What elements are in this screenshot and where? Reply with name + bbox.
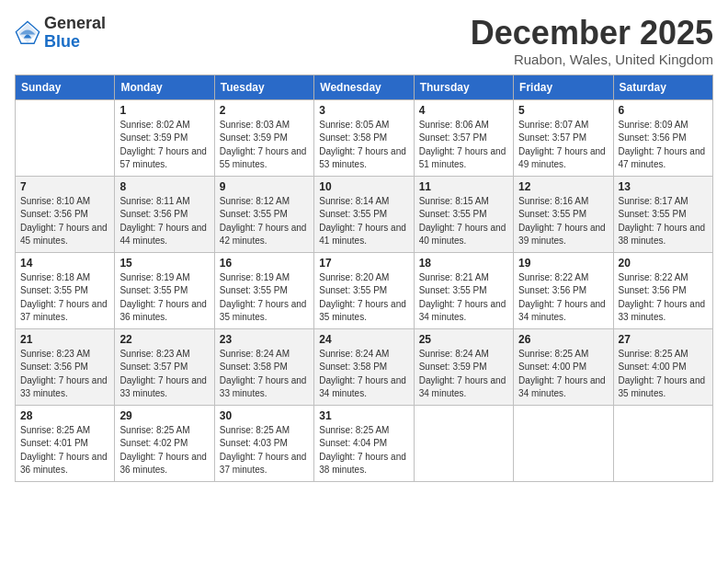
day-info: Sunrise: 8:25 AMSunset: 4:02 PMDaylight:…: [119, 424, 209, 477]
day-info: Sunrise: 8:24 AMSunset: 3:59 PMDaylight:…: [419, 348, 508, 401]
calendar-cell: 25Sunrise: 8:24 AMSunset: 3:59 PMDayligh…: [414, 328, 513, 405]
day-number: 12: [518, 180, 608, 193]
day-number: 15: [119, 257, 209, 270]
day-number: 2: [220, 104, 309, 117]
calendar-table: SundayMondayTuesdayWednesdayThursdayFrid…: [15, 75, 713, 482]
day-number: 27: [619, 333, 708, 346]
day-number: 23: [220, 333, 309, 346]
calendar-cell: 10Sunrise: 8:14 AMSunset: 3:55 PMDayligh…: [314, 176, 414, 252]
weekday-header-saturday: Saturday: [613, 75, 712, 99]
calendar-cell: 31Sunrise: 8:25 AMSunset: 4:04 PMDayligh…: [314, 405, 414, 481]
weekday-header-row: SundayMondayTuesdayWednesdayThursdayFrid…: [16, 75, 713, 99]
day-info: Sunrise: 8:25 AMSunset: 4:01 PMDaylight:…: [20, 424, 109, 477]
day-info: Sunrise: 8:18 AMSunset: 3:55 PMDaylight:…: [20, 271, 109, 325]
weekday-header-sunday: Sunday: [16, 75, 115, 99]
day-number: 6: [619, 104, 708, 117]
page-header: General Blue December 2025 Ruabon, Wales…: [15, 15, 713, 67]
day-info: Sunrise: 8:23 AMSunset: 3:56 PMDaylight:…: [20, 348, 109, 401]
logo-general-text: General: [44, 15, 106, 33]
day-info: Sunrise: 8:25 AMSunset: 4:04 PMDaylight:…: [319, 424, 408, 477]
calendar-cell: 2Sunrise: 8:03 AMSunset: 3:59 PMDaylight…: [214, 99, 313, 176]
weekday-header-thursday: Thursday: [414, 75, 513, 99]
day-info: Sunrise: 8:22 AMSunset: 3:56 PMDaylight:…: [518, 271, 608, 325]
calendar-cell: 8Sunrise: 8:11 AMSunset: 3:56 PMDaylight…: [115, 176, 214, 252]
day-info: Sunrise: 8:24 AMSunset: 3:58 PMDaylight:…: [220, 348, 309, 401]
weekday-header-wednesday: Wednesday: [314, 75, 414, 99]
day-info: Sunrise: 8:25 AMSunset: 4:00 PMDaylight:…: [518, 348, 608, 401]
calendar-cell: 15Sunrise: 8:19 AMSunset: 3:55 PMDayligh…: [115, 252, 214, 328]
calendar-week-row: 21Sunrise: 8:23 AMSunset: 3:56 PMDayligh…: [16, 328, 713, 405]
day-info: Sunrise: 8:21 AMSunset: 3:55 PMDaylight:…: [419, 271, 508, 325]
calendar-cell: [613, 405, 712, 481]
calendar-cell: 26Sunrise: 8:25 AMSunset: 4:00 PMDayligh…: [514, 328, 613, 405]
weekday-header-tuesday: Tuesday: [214, 75, 313, 99]
calendar-week-row: 7Sunrise: 8:10 AMSunset: 3:56 PMDaylight…: [16, 176, 713, 252]
calendar-week-row: 14Sunrise: 8:18 AMSunset: 3:55 PMDayligh…: [16, 252, 713, 328]
month-year-title: December 2025: [471, 15, 713, 52]
day-number: 24: [319, 333, 408, 346]
day-info: Sunrise: 8:09 AMSunset: 3:56 PMDaylight:…: [619, 119, 708, 172]
day-number: 5: [518, 104, 608, 117]
day-number: 13: [619, 180, 708, 193]
day-number: 30: [220, 409, 309, 422]
day-info: Sunrise: 8:15 AMSunset: 3:55 PMDaylight:…: [419, 195, 508, 248]
day-info: Sunrise: 8:10 AMSunset: 3:56 PMDaylight:…: [20, 195, 109, 248]
calendar-cell: 16Sunrise: 8:19 AMSunset: 3:55 PMDayligh…: [214, 252, 313, 328]
calendar-cell: 17Sunrise: 8:20 AMSunset: 3:55 PMDayligh…: [314, 252, 414, 328]
day-info: Sunrise: 8:19 AMSunset: 3:55 PMDaylight:…: [119, 271, 209, 325]
calendar-cell: 30Sunrise: 8:25 AMSunset: 4:03 PMDayligh…: [214, 405, 313, 481]
day-number: 28: [20, 409, 109, 422]
calendar-cell: 11Sunrise: 8:15 AMSunset: 3:55 PMDayligh…: [414, 176, 513, 252]
day-info: Sunrise: 8:20 AMSunset: 3:55 PMDaylight:…: [319, 271, 408, 325]
calendar-cell: 3Sunrise: 8:05 AMSunset: 3:58 PMDaylight…: [314, 99, 414, 176]
calendar-cell: 6Sunrise: 8:09 AMSunset: 3:56 PMDaylight…: [613, 99, 712, 176]
day-number: 25: [419, 333, 508, 346]
calendar-cell: 1Sunrise: 8:02 AMSunset: 3:59 PMDaylight…: [115, 99, 214, 176]
calendar-week-row: 1Sunrise: 8:02 AMSunset: 3:59 PMDaylight…: [16, 99, 713, 176]
day-number: 14: [20, 257, 109, 270]
day-info: Sunrise: 8:02 AMSunset: 3:59 PMDaylight:…: [119, 119, 209, 172]
day-number: 7: [20, 180, 109, 193]
day-info: Sunrise: 8:05 AMSunset: 3:58 PMDaylight:…: [319, 119, 408, 172]
calendar-cell: [414, 405, 513, 481]
calendar-cell: 19Sunrise: 8:22 AMSunset: 3:56 PMDayligh…: [514, 252, 613, 328]
weekday-header-friday: Friday: [514, 75, 613, 99]
day-number: 29: [119, 409, 209, 422]
day-info: Sunrise: 8:11 AMSunset: 3:56 PMDaylight:…: [119, 195, 209, 248]
day-number: 22: [119, 333, 209, 346]
day-number: 11: [419, 180, 508, 193]
calendar-cell: 29Sunrise: 8:25 AMSunset: 4:02 PMDayligh…: [115, 405, 214, 481]
day-number: 21: [20, 333, 109, 346]
day-number: 20: [619, 257, 708, 270]
calendar-cell: 7Sunrise: 8:10 AMSunset: 3:56 PMDaylight…: [16, 176, 115, 252]
day-number: 18: [419, 257, 508, 270]
day-number: 16: [220, 257, 309, 270]
logo-blue-text: Blue: [44, 33, 106, 52]
calendar-cell: 23Sunrise: 8:24 AMSunset: 3:58 PMDayligh…: [214, 328, 313, 405]
day-info: Sunrise: 8:16 AMSunset: 3:55 PMDaylight:…: [518, 195, 608, 248]
calendar-cell: 5Sunrise: 8:07 AMSunset: 3:57 PMDaylight…: [514, 99, 613, 176]
calendar-cell: 27Sunrise: 8:25 AMSunset: 4:00 PMDayligh…: [613, 328, 712, 405]
location-text: Ruabon, Wales, United Kingdom: [471, 52, 713, 67]
title-block: December 2025 Ruabon, Wales, United King…: [471, 15, 713, 67]
calendar-cell: 28Sunrise: 8:25 AMSunset: 4:01 PMDayligh…: [16, 405, 115, 481]
logo: General Blue: [15, 15, 106, 52]
day-info: Sunrise: 8:03 AMSunset: 3:59 PMDaylight:…: [220, 119, 309, 172]
day-number: 26: [518, 333, 608, 346]
day-info: Sunrise: 8:06 AMSunset: 3:57 PMDaylight:…: [419, 119, 508, 172]
day-info: Sunrise: 8:17 AMSunset: 3:55 PMDaylight:…: [619, 195, 708, 248]
day-info: Sunrise: 8:24 AMSunset: 3:58 PMDaylight:…: [319, 348, 408, 401]
day-info: Sunrise: 8:19 AMSunset: 3:55 PMDaylight:…: [220, 271, 309, 325]
calendar-cell: 12Sunrise: 8:16 AMSunset: 3:55 PMDayligh…: [514, 176, 613, 252]
calendar-cell: [16, 99, 115, 176]
day-number: 9: [220, 180, 309, 193]
calendar-cell: 24Sunrise: 8:24 AMSunset: 3:58 PMDayligh…: [314, 328, 414, 405]
calendar-cell: 21Sunrise: 8:23 AMSunset: 3:56 PMDayligh…: [16, 328, 115, 405]
calendar-cell: [514, 405, 613, 481]
day-info: Sunrise: 8:14 AMSunset: 3:55 PMDaylight:…: [319, 195, 408, 248]
day-number: 10: [319, 180, 408, 193]
calendar-cell: 22Sunrise: 8:23 AMSunset: 3:57 PMDayligh…: [115, 328, 214, 405]
day-number: 3: [319, 104, 408, 117]
calendar-cell: 4Sunrise: 8:06 AMSunset: 3:57 PMDaylight…: [414, 99, 513, 176]
calendar-cell: 14Sunrise: 8:18 AMSunset: 3:55 PMDayligh…: [16, 252, 115, 328]
